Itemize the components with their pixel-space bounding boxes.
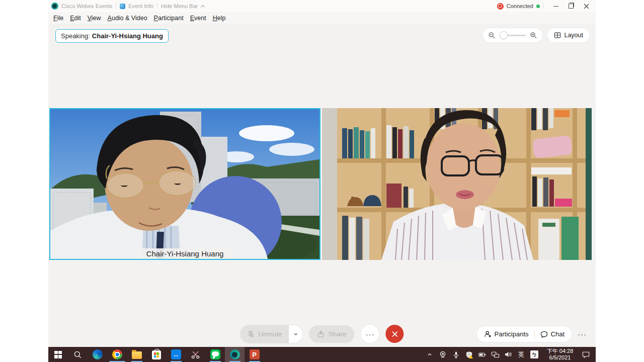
ime-mode-icon: ㄅ [530,350,538,358]
leave-meeting-button[interactable] [386,325,404,343]
titlebar-separator [543,3,544,9]
zoom-out-icon[interactable] [488,32,496,39]
menu-view[interactable]: View [88,15,101,22]
connection-status[interactable]: Connected [497,3,540,10]
video-feed-left-illustration [50,109,319,259]
start-button[interactable] [48,347,68,362]
webex-logo-icon [51,3,58,10]
taskbar-clock[interactable]: 下午 04:28 6/5/2021 [541,348,579,361]
ime-language-indicator[interactable]: 英 [515,347,527,362]
share-button[interactable]: Share [309,325,355,343]
close-icon [584,4,589,9]
layout-label: Layout [564,32,583,39]
more-panels-button[interactable]: ··· [576,330,589,338]
layout-button[interactable]: Layout [547,28,590,42]
zoom-control [483,28,542,42]
microsoft-store-icon [152,350,161,359]
participants-button[interactable]: Participants [484,330,529,338]
network-ethernet-icon [491,350,500,359]
zoom-slider-knob[interactable] [500,32,507,39]
event-info-icon [120,4,125,9]
minimize-button[interactable] [549,1,562,11]
chat-label: Chat [551,330,565,338]
recording-icon [497,3,504,10]
line-app-icon [210,349,220,359]
ime-mode-indicator[interactable]: ㄅ [528,347,540,362]
taskbar-search-button[interactable] [68,347,88,362]
restore-icon [569,4,574,9]
titlebar: Cisco Webex Events Event Info Hide Menu … [48,0,596,12]
unmute-split-button: Unmute [240,325,302,343]
video-tile-active-speaker[interactable]: Chair-Yi-Hsiang Huang [49,108,320,260]
speaking-name: Chair-Yi-Hsiang Huang [92,32,163,40]
titlebar-separator [116,3,116,9]
minimize-icon [553,6,558,7]
menu-edit[interactable]: Edit [70,15,81,22]
event-info-label: Event Info [128,3,153,9]
webex-app-icon [230,349,240,359]
share-icon [317,330,325,338]
taskbar-teamviewer-button[interactable]: ↔ [166,347,186,362]
tray-battery-button[interactable] [476,347,488,362]
share-label: Share [329,330,347,338]
chat-button[interactable]: Chat [540,330,565,338]
camera-icon [439,350,447,358]
participants-icon [484,330,492,338]
file-explorer-icon [132,351,142,359]
tray-microphone-button[interactable] [450,347,462,362]
connected-label: Connected [507,3,533,9]
mic-muted-icon [247,330,255,338]
zoom-in-icon[interactable] [530,32,537,39]
unmute-button[interactable]: Unmute [240,325,289,343]
chevron-down-icon [293,331,299,337]
close-button[interactable] [580,1,593,11]
tray-volume-button[interactable] [502,347,514,362]
window-controls [549,1,593,11]
event-info-button[interactable]: Event Info [120,3,153,9]
windows-taskbar: ↔ P [48,347,596,362]
panel-divider [534,330,535,338]
taskbar-powerpoint-button[interactable]: P [245,347,264,362]
menu-file[interactable]: File [53,15,63,22]
microphone-icon [452,351,460,358]
video-tile-participant[interactable] [322,108,592,260]
taskbar-store-button[interactable] [146,347,166,362]
taskbar-line-button[interactable] [205,347,225,362]
taskbar-chrome-button[interactable] [107,347,127,362]
tray-security-button[interactable] [463,347,475,362]
participants-label: Participants [495,330,529,338]
more-options-button[interactable]: ··· [361,325,379,343]
close-x-icon [391,331,398,337]
speaker-icon [504,350,512,358]
menu-participant[interactable]: Participant [154,15,184,22]
teamviewer-icon: ↔ [171,349,181,359]
taskbar-webex-button[interactable] [225,347,245,362]
more-dots-icon: ··· [366,330,375,338]
taskbar-file-explorer-button[interactable] [127,347,146,362]
webex-window: Cisco Webex Events Event Info Hide Menu … [48,0,596,347]
menu-audio-video[interactable]: Audio & Video [108,15,147,22]
action-center-button[interactable] [580,347,592,362]
titlebar-separator [157,3,157,9]
app-title: Cisco Webex Events [61,3,112,9]
system-tray: 英 ㄅ 下午 04:28 6/5/2021 [424,347,596,362]
clock-time: 下午 04:28 [543,348,577,354]
connected-green-dot-icon [536,5,540,8]
restore-button[interactable] [565,1,578,11]
battery-icon [478,350,487,359]
tray-network-button[interactable] [489,347,501,362]
chrome-icon [112,349,122,359]
zoom-slider[interactable] [500,35,526,36]
speaking-indicator: Speaking: Chair-Yi-Hsiang Huang [55,29,169,43]
search-icon [73,350,82,359]
menu-bar: File Edit View Audio & Video Participant… [48,12,596,24]
taskbar-edge-button[interactable] [88,347,107,362]
menu-event[interactable]: Event [190,15,206,22]
menu-help[interactable]: Help [213,15,226,22]
tray-camera-button[interactable] [437,347,449,362]
hide-menu-bar-button[interactable]: Hide Menu Bar [161,3,205,9]
audio-options-button[interactable] [289,325,303,343]
tray-show-hidden-icons-button[interactable] [424,347,436,362]
security-warning-icon [469,355,473,358]
taskbar-snip-button[interactable] [186,347,205,362]
